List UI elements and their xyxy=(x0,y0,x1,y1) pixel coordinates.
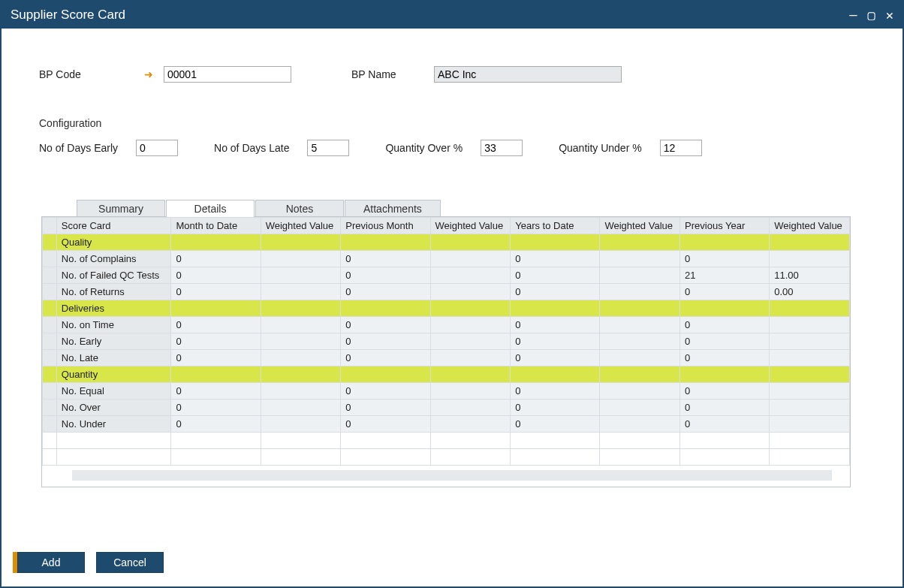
cell: 0 xyxy=(680,317,770,333)
row-handle[interactable] xyxy=(43,416,57,433)
cell: 0 xyxy=(341,317,430,333)
row-handle[interactable] xyxy=(43,383,57,400)
days-late-input[interactable] xyxy=(307,140,349,156)
qty-under-input[interactable] xyxy=(660,140,702,156)
tab-panel-details: Score Card Month to Date Weighted Value … xyxy=(41,216,851,487)
qty-over-input[interactable] xyxy=(481,140,523,156)
row-handle[interactable] xyxy=(43,350,57,366)
row-handle[interactable] xyxy=(43,449,57,466)
cell xyxy=(261,433,341,449)
cell xyxy=(770,400,850,416)
minimize-icon[interactable]: — xyxy=(849,9,857,22)
cell xyxy=(261,317,341,333)
table-row[interactable]: No. Early0000 xyxy=(43,333,850,350)
cell xyxy=(430,350,511,366)
cell xyxy=(261,366,341,383)
cell: 0 xyxy=(341,267,430,284)
row-handle[interactable] xyxy=(43,333,57,350)
cell: No. Equal xyxy=(56,383,171,400)
col-prev-month: Previous Month xyxy=(341,218,430,234)
cell: 0 xyxy=(171,350,261,366)
row-handle[interactable] xyxy=(43,317,57,333)
table-row[interactable]: No. Under0000 xyxy=(43,416,850,433)
cell: 0 xyxy=(680,251,770,267)
cell xyxy=(600,333,680,350)
row-handle[interactable] xyxy=(43,300,57,317)
qty-under-label: Quantity Under % xyxy=(559,142,642,154)
cell: No. on Time xyxy=(56,317,171,333)
table-row[interactable]: No. of Returns00000.00 xyxy=(43,284,850,300)
cell xyxy=(511,433,600,449)
cell xyxy=(56,433,171,449)
bp-row: BP Code ➜ BP Name xyxy=(39,66,865,83)
row-handle[interactable] xyxy=(43,400,57,416)
cell xyxy=(600,234,680,251)
cell: 0 xyxy=(680,416,770,433)
cell xyxy=(600,317,680,333)
cell xyxy=(430,416,511,433)
row-handle[interactable] xyxy=(43,284,57,300)
maximize-icon[interactable]: ▢ xyxy=(868,9,875,22)
add-button[interactable]: Add xyxy=(17,552,85,573)
cell xyxy=(261,300,341,317)
cell: 0 xyxy=(511,333,600,350)
group-row[interactable]: Quality xyxy=(43,234,850,251)
cell: 0 xyxy=(511,267,600,284)
table-row[interactable]: No. Late0000 xyxy=(43,350,850,366)
cell: 0 xyxy=(511,400,600,416)
row-handle[interactable] xyxy=(43,251,57,267)
cell xyxy=(430,333,511,350)
cell: 0 xyxy=(511,251,600,267)
cell xyxy=(430,366,511,383)
table-row[interactable]: No. of Complains0000 xyxy=(43,251,850,267)
table-row[interactable]: No. on Time0000 xyxy=(43,317,850,333)
table-row[interactable]: No. of Failed QC Tests0002111.00 xyxy=(43,267,850,284)
group-row[interactable]: Deliveries xyxy=(43,300,850,317)
cell: 0 xyxy=(171,416,261,433)
table-row[interactable] xyxy=(43,433,850,449)
col-mtd-weighted: Weighted Value xyxy=(261,218,341,234)
cell xyxy=(430,317,511,333)
group-row[interactable]: Quantity xyxy=(43,366,850,383)
row-handle[interactable] xyxy=(43,433,57,449)
cell xyxy=(56,449,171,466)
cell: 0.00 xyxy=(770,284,850,300)
cell xyxy=(261,234,341,251)
bp-code-input[interactable] xyxy=(164,66,291,83)
cell: 0 xyxy=(511,350,600,366)
cell: No. Early xyxy=(56,333,171,350)
row-handle[interactable] xyxy=(43,234,57,251)
row-handle[interactable] xyxy=(43,267,57,284)
cell xyxy=(171,433,261,449)
cell xyxy=(261,383,341,400)
horizontal-scrollbar[interactable] xyxy=(72,470,832,481)
cell xyxy=(261,400,341,416)
cell xyxy=(770,350,850,366)
tab-summary[interactable]: Summary xyxy=(77,200,165,217)
tab-details[interactable]: Details xyxy=(166,200,255,217)
window-controls: — ▢ ✕ xyxy=(849,9,893,22)
cell: 0 xyxy=(680,333,770,350)
link-arrow-icon[interactable]: ➜ xyxy=(144,68,153,80)
cell: 0 xyxy=(341,400,430,416)
cell xyxy=(680,433,770,449)
footer-buttons: Add Cancel xyxy=(13,552,164,573)
cell: 0 xyxy=(341,251,430,267)
table-row[interactable] xyxy=(43,449,850,466)
cell xyxy=(770,383,850,400)
cell: No. of Complains xyxy=(56,251,171,267)
tab-attachments[interactable]: Attachments xyxy=(345,200,441,217)
table-row[interactable]: No. Equal0000 xyxy=(43,383,850,400)
tab-notes[interactable]: Notes xyxy=(255,200,344,217)
table-row[interactable]: No. Over0000 xyxy=(43,400,850,416)
cell xyxy=(770,234,850,251)
close-icon[interactable]: ✕ xyxy=(886,9,893,22)
cell xyxy=(341,300,430,317)
cell xyxy=(341,234,430,251)
days-early-input[interactable] xyxy=(136,140,178,156)
cancel-button[interactable]: Cancel xyxy=(96,552,164,573)
tabbar: Summary Details Notes Attachments xyxy=(77,200,865,217)
row-handle[interactable] xyxy=(43,366,57,383)
cell xyxy=(511,234,600,251)
row-handle-header xyxy=(43,218,57,234)
